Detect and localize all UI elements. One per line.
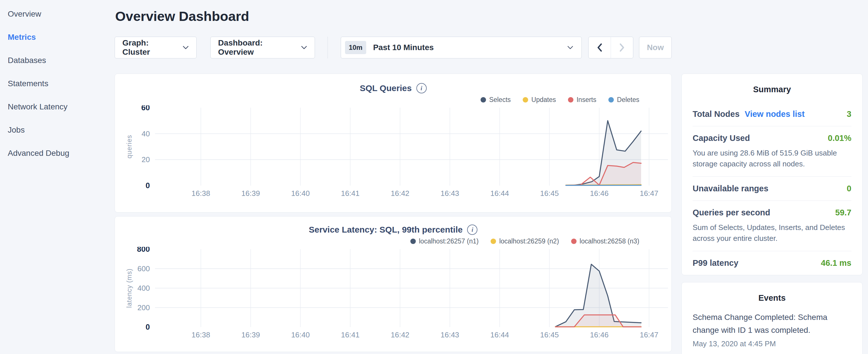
legend-item: Deletes	[608, 96, 639, 104]
svg-text:200: 200	[137, 303, 150, 312]
svg-text:0: 0	[146, 323, 150, 331]
svg-text:800: 800	[137, 247, 150, 254]
time-step-forward-button[interactable]	[611, 37, 633, 58]
chart-title: Service Latency: SQL, 99th percentile	[309, 225, 463, 234]
sidebar-item-network-latency[interactable]: Network Latency	[8, 95, 115, 118]
page-title: Overview Dashboard	[115, 8, 672, 24]
chart-legend: localhost:26257 (n1)localhost:26259 (n2)…	[115, 237, 639, 245]
summary-row-value: 3	[847, 109, 851, 119]
time-window-selector[interactable]: 10m Past 10 Minutes	[341, 37, 582, 58]
chevron-down-icon	[567, 45, 574, 50]
summary-row-label: Unavailable ranges	[693, 184, 768, 193]
right-sidebar: Summary Total Nodes View nodes list 3 Ca…	[681, 74, 863, 354]
events-panel: Events Schema Change Completed: Schema c…	[681, 282, 863, 354]
sql-queries-plot[interactable]: 16:3816:3916:4016:4116:4216:4316:4416:45…	[115, 105, 672, 198]
summary-panel: Summary Total Nodes View nodes list 3 Ca…	[681, 74, 863, 275]
summary-title: Summary	[693, 85, 851, 94]
summary-row-label: Capacity Used	[693, 133, 750, 143]
legend-dot	[608, 97, 614, 102]
dashboard-dropdown-label: Dashboard: Overview	[218, 38, 293, 57]
legend-item: localhost:26257 (n1)	[410, 237, 478, 245]
svg-text:16:39: 16:39	[241, 189, 260, 198]
info-icon[interactable]	[416, 83, 427, 93]
svg-text:60: 60	[141, 105, 150, 112]
legend-item: localhost:26258 (n3)	[571, 237, 639, 245]
svg-text:16:43: 16:43	[440, 330, 459, 339]
legend-item: Updates	[523, 96, 556, 104]
summary-row-description: Sum of Selects, Updates, Inserts, and De…	[693, 222, 851, 244]
summary-row-p99-latency: P99 latency 46.1 ms	[693, 251, 851, 275]
svg-text:40: 40	[142, 129, 150, 138]
svg-text:16:41: 16:41	[341, 189, 360, 198]
chart-header: SQL Queries	[115, 83, 672, 93]
svg-text:16:40: 16:40	[291, 330, 310, 339]
time-window-label: Past 10 Minutes	[373, 43, 434, 52]
time-step-buttons	[588, 37, 633, 58]
sidebar-item-advanced-debug[interactable]: Advanced Debug	[8, 141, 115, 165]
summary-row-queries-per-second: Queries per second 59.7 Sum of Selects, …	[693, 201, 851, 251]
legend-dot	[410, 238, 416, 244]
svg-text:0: 0	[146, 181, 150, 190]
chevron-down-icon	[183, 45, 189, 50]
svg-text:latency (ms): latency (ms)	[125, 268, 133, 308]
summary-row-value: 0.01%	[828, 133, 851, 143]
svg-text:20: 20	[142, 155, 150, 164]
sidebar-item-databases[interactable]: Databases	[8, 49, 115, 72]
controls-divider	[328, 37, 328, 58]
svg-text:16:40: 16:40	[291, 189, 310, 198]
summary-row-unavailable-ranges: Unavailable ranges 0	[693, 177, 851, 201]
svg-text:16:42: 16:42	[391, 189, 409, 198]
summary-row-value: 0	[847, 184, 851, 193]
legend-dot	[571, 238, 577, 244]
event-message: Schema Change Completed: Schema change w…	[693, 311, 851, 336]
summary-row-value: 46.1 ms	[821, 258, 851, 268]
chevron-down-icon	[301, 45, 307, 50]
event-item[interactable]: Schema Change Completed: Schema change w…	[693, 311, 851, 348]
summary-row-total-nodes: Total Nodes View nodes list 3	[693, 102, 851, 126]
legend-dot	[568, 97, 574, 102]
legend-item: Inserts	[568, 96, 596, 104]
sql-queries-card: SQL Queries SelectsUpdatesInsertsDeletes…	[115, 74, 672, 213]
svg-text:16:42: 16:42	[391, 330, 409, 339]
svg-text:16:47: 16:47	[640, 330, 658, 339]
info-icon[interactable]	[467, 225, 477, 235]
now-button[interactable]: Now	[639, 37, 672, 58]
summary-row-value: 59.7	[835, 208, 851, 217]
sidebar-item-statements[interactable]: Statements	[8, 72, 115, 95]
svg-text:16:44: 16:44	[490, 330, 509, 339]
svg-text:16:47: 16:47	[640, 189, 658, 198]
summary-row-label: Queries per second	[693, 208, 770, 217]
svg-text:16:41: 16:41	[341, 330, 360, 339]
events-title: Events	[693, 293, 851, 303]
svg-text:16:38: 16:38	[191, 330, 210, 339]
sidebar-item-overview[interactable]: Overview	[8, 2, 115, 26]
sidebar: Overview Metrics Databases Statements Ne…	[0, 0, 115, 354]
svg-text:16:45: 16:45	[540, 330, 559, 339]
summary-row-description: You are using 28.6 MiB of 515.9 GiB usab…	[693, 148, 851, 169]
summary-row-capacity-used: Capacity Used 0.01% You are using 28.6 M…	[693, 126, 851, 177]
svg-text:16:45: 16:45	[540, 189, 559, 198]
summary-row-label: P99 latency	[693, 258, 739, 268]
svg-text:16:46: 16:46	[590, 330, 609, 339]
graph-scope-dropdown[interactable]: Graph: Cluster	[115, 37, 196, 58]
legend-dot	[523, 97, 528, 102]
time-window-badge: 10m	[345, 41, 366, 54]
event-timestamp: May 13, 2020 at 4:45 PM	[693, 340, 851, 348]
time-step-back-button[interactable]	[589, 37, 611, 58]
legend-dot	[491, 238, 496, 244]
view-nodes-list-link[interactable]: View nodes list	[745, 109, 805, 119]
sidebar-item-metrics[interactable]: Metrics	[8, 26, 115, 49]
service-latency-plot[interactable]: 16:3816:3916:4016:4116:4216:4316:4416:45…	[115, 247, 672, 340]
dashboard-dropdown[interactable]: Dashboard: Overview	[210, 37, 315, 58]
controls-bar: Graph: Cluster Dashboard: Overview 10m P…	[115, 37, 672, 58]
svg-text:16:44: 16:44	[490, 189, 509, 198]
legend-dot	[480, 97, 486, 102]
graph-scope-dropdown-label: Graph: Cluster	[122, 38, 175, 57]
legend-item: localhost:26259 (n2)	[491, 237, 559, 245]
legend-item: Selects	[480, 96, 510, 104]
svg-text:16:46: 16:46	[590, 189, 609, 198]
svg-text:16:39: 16:39	[241, 330, 260, 339]
sidebar-item-jobs[interactable]: Jobs	[8, 118, 115, 141]
svg-text:600: 600	[137, 264, 150, 273]
svg-text:queries: queries	[125, 135, 133, 158]
